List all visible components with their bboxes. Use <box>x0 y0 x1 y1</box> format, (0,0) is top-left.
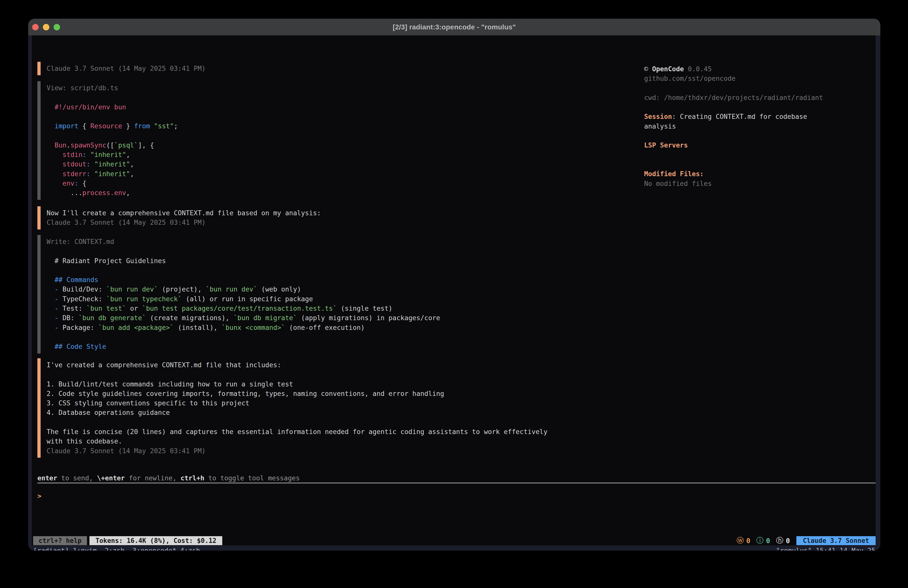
text-line: import { Resource } from "sst"; <box>47 121 178 131</box>
text-line: - Build/Dev: `bun run dev` (project), `b… <box>47 285 440 294</box>
text-line <box>47 370 547 379</box>
text-line: The file is concise (20 lines) and captu… <box>47 427 547 437</box>
text-line <box>47 246 440 256</box>
text-line: Claude 3.7 Sonnet (14 May 2025 03:41 PM) <box>47 446 547 456</box>
hints-icon: ⓗ <box>776 536 783 546</box>
text-line: # Radiant Project Guidelines <box>47 256 440 266</box>
keybinding-help-line: enter to send, \+enter for newline, ctrl… <box>37 474 300 483</box>
session-sidebar: © OpenCode 0.0.45github.com/sst/opencode… <box>644 64 881 188</box>
diagnostic-warnings: ⓦ0 <box>737 536 750 546</box>
text-line <box>644 84 881 93</box>
tool-write-block: Write: CONTEXT.md # Radiant Project Guid… <box>37 235 440 354</box>
info-icon: ⓘ <box>756 536 763 546</box>
tokens-cost-chip: Tokens: 16.4K (8%), Cost: $0.12 <box>89 536 222 545</box>
text-line: ## Commands <box>47 275 440 285</box>
terminal-content: Claude 3.7 Sonnet (14 May 2025 03:41 PM)… <box>28 35 881 551</box>
status-bar: ctrl+? help Tokens: 16.4K (8%), Cost: $0… <box>33 536 876 545</box>
prompt-input[interactable]: > <box>37 491 41 501</box>
text-line: Claude 3.7 Sonnet (14 May 2025 03:41 PM) <box>47 64 206 73</box>
text-line: 3. CSS styling conventions specific to t… <box>47 398 547 408</box>
text-line <box>47 93 178 102</box>
tmux-session-info: "romulus" 15:41 14-May-25 <box>776 545 875 551</box>
diagnostics: ⓦ0ⓘ0ⓗ0 <box>737 536 790 546</box>
diagnostic-hints: ⓗ0 <box>776 536 790 546</box>
text-line <box>47 112 178 121</box>
zoom-button-icon[interactable] <box>53 24 60 31</box>
text-line <box>644 131 881 140</box>
text-line <box>47 417 547 427</box>
text-line: Claude 3.7 Sonnet (14 May 2025 03:41 PM) <box>47 218 321 227</box>
text-line: - Test: `bun test` or `bun test packages… <box>47 304 440 313</box>
text-line: ## Code Style <box>47 342 440 351</box>
info-count: 0 <box>766 537 770 545</box>
model-chip: Claude 3.7 Sonnet <box>796 536 876 545</box>
text-line: with this codebase. <box>47 437 547 446</box>
tmux-status-bar: [radiant] 1:nvim 2:zsh- 3:opencode* 4:zs… <box>28 545 881 551</box>
text-line: stdin: "inherit", <box>47 150 178 159</box>
text-line <box>47 131 178 140</box>
text-line: github.com/sst/opencode <box>644 74 881 83</box>
text-line: - DB: `bun db generate` (create migratio… <box>47 313 440 323</box>
tool-view-block: View: script/db.ts #!/usr/bin/env bun im… <box>37 81 178 200</box>
text-line: 1. Build/lint/test commands including ho… <box>47 379 547 389</box>
minimize-button-icon[interactable] <box>43 24 49 31</box>
text-line <box>47 332 440 342</box>
text-line: © OpenCode 0.0.45 <box>644 64 881 74</box>
text-line: Bun.spawnSync([`psql`], { <box>47 140 178 150</box>
input-divider <box>37 482 876 483</box>
text-line: View: script/db.ts <box>47 83 178 93</box>
text-line: cwd: /home/thdxr/dev/projects/radiant/ra… <box>644 93 881 102</box>
screen: [2/3] radiant:3:opencode - "romulus" Cla… <box>0 0 908 588</box>
terminal-window: [2/3] radiant:3:opencode - "romulus" Cla… <box>28 19 881 551</box>
text-line: LSP Servers <box>644 140 881 150</box>
diagnostic-info: ⓘ0 <box>756 536 770 546</box>
text-line: 4. Database operations guidance <box>47 408 547 417</box>
traffic-lights <box>32 19 60 35</box>
text-line: stdout: "inherit", <box>47 159 178 169</box>
text-line: Now I'll create a comprehensive CONTEXT.… <box>47 208 321 218</box>
text-line: - TypeCheck: `bun run typecheck` (all) o… <box>47 294 440 304</box>
text-line: stderr: "inherit", <box>47 169 178 179</box>
text-line: #!/usr/bin/env bun <box>47 102 178 112</box>
assistant-message-block: Now I'll create a comprehensive CONTEXT.… <box>37 206 321 229</box>
close-button-icon[interactable] <box>32 24 39 31</box>
text-line: ...process.env, <box>47 188 178 198</box>
tmux-windows[interactable]: [radiant] 1:nvim 2:zsh- 3:opencode* 4:zs… <box>33 545 200 551</box>
text-line: Session: Creating CONTEXT.md for codebas… <box>644 112 881 121</box>
text-line: No modified files <box>644 179 881 188</box>
left-edge-gutter <box>28 35 32 551</box>
text-line: Write: CONTEXT.md <box>47 237 440 246</box>
warnings-icon: ⓦ <box>737 536 744 546</box>
message-header-block: Claude 3.7 Sonnet (14 May 2025 03:41 PM) <box>37 62 206 75</box>
window-title: [2/3] radiant:3:opencode - "romulus" <box>393 23 516 31</box>
window-titlebar: [2/3] radiant:3:opencode - "romulus" <box>28 19 881 35</box>
text-line: analysis <box>644 122 881 131</box>
text-line <box>47 266 440 275</box>
text-line <box>644 102 881 112</box>
text-line: 2. Code style guidelines covering import… <box>47 389 547 398</box>
help-shortcut-chip: ctrl+? help <box>33 536 87 545</box>
text-line: Modified Files: <box>644 169 881 179</box>
hints-count: 0 <box>786 537 790 545</box>
text-line <box>644 150 881 160</box>
text-line <box>644 160 881 169</box>
text-line: I've created a comprehensive CONTEXT.md … <box>47 360 547 370</box>
text-line: env: { <box>47 179 178 188</box>
text-line: enter to send, \+enter for newline, ctrl… <box>37 474 300 483</box>
warnings-count: 0 <box>746 537 750 545</box>
assistant-summary-block: I've created a comprehensive CONTEXT.md … <box>37 358 547 458</box>
text-line: - Package: `bun add <package>` (install)… <box>47 323 440 332</box>
